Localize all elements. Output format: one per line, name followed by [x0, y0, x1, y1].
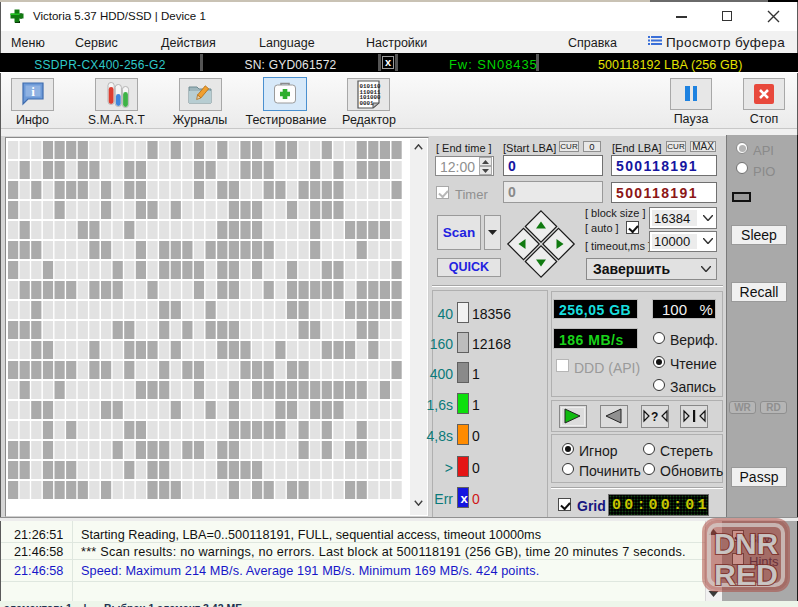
- svg-text:RED: RED: [714, 559, 778, 589]
- svg-text:?: ?: [651, 410, 658, 424]
- svg-text:DNR: DNR: [714, 528, 778, 560]
